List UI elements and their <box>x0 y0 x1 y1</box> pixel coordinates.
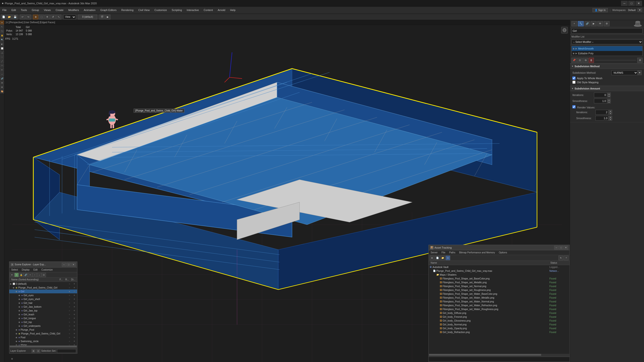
menu-views[interactable]: Views <box>42 8 53 12</box>
se-list-item[interactable]: ◉◈Girl_leash○❄ <box>9 313 77 316</box>
menu-help[interactable]: Help <box>228 8 238 12</box>
toolbar-rotate[interactable]: ↺ <box>50 14 56 19</box>
menu-group[interactable]: Group <box>29 8 42 12</box>
mod-tool-show-end[interactable]: ⊡ <box>577 58 582 63</box>
se-restore[interactable]: □ <box>66 263 71 267</box>
left-tool-12[interactable]: ✏ <box>0 68 4 72</box>
se-tool-link[interactable]: 🔗 <box>24 273 28 277</box>
menu-modifiers[interactable]: Modifiers <box>66 8 82 12</box>
close-button[interactable]: ✕ <box>636 1 642 6</box>
toolbar-move[interactable]: ✛ <box>44 14 50 19</box>
at-list-item[interactable]: 🖼Fiberglass_Pool_Shape_set_Roughness.png… <box>429 288 570 292</box>
left-tool-3[interactable]: ⬛ <box>0 29 4 33</box>
menu-content[interactable]: Content <box>201 8 215 12</box>
se-list-item[interactable]: ◉◈Girl_top○❄ <box>9 320 77 324</box>
rp-utilities-btn[interactable]: ⚙ <box>604 21 610 26</box>
se-tool-move-up[interactable]: ↑ <box>32 273 37 277</box>
left-tool-8[interactable]: △ <box>0 51 4 54</box>
mod-tool-config[interactable]: ⚙ <box>637 58 642 63</box>
minimize-button[interactable]: ─ <box>621 1 628 6</box>
at-list-item[interactable]: 🏛Autodesk VaultLogged... <box>429 265 570 269</box>
modifier-item-epoly[interactable]: ◉ ▶ Editable Poly <box>572 51 642 56</box>
se-tool-close[interactable]: ✕ <box>10 273 14 277</box>
workspace-dropdown[interactable]: ▼ <box>638 8 642 12</box>
at-menu-server[interactable]: Server <box>429 251 440 254</box>
se-tool-move-down[interactable]: ↓ <box>37 273 42 277</box>
left-tool-15[interactable]: ⚙ <box>0 81 4 85</box>
at-list-item[interactable]: 📄Plunge_Pool_and_Swims_Child_Girl_max_vr… <box>429 269 570 273</box>
left-tool-11[interactable]: ⬭ <box>0 64 4 67</box>
left-tool-4[interactable]: ✋ <box>0 33 4 37</box>
left-tool-7[interactable]: ⬜ <box>0 46 4 50</box>
at-menu-options[interactable]: Options <box>497 251 509 254</box>
section-header-subdivision-method[interactable]: ▼ Subdivision Method <box>570 64 644 69</box>
left-tool-17[interactable]: 🎨 <box>0 89 4 93</box>
se-list-item[interactable]: ◉◈Plunge_Pool○❄ <box>9 328 77 332</box>
apply-whole-mesh-checkbox[interactable] <box>572 76 576 80</box>
se-list-item[interactable]: ◉▣Plunge_Pool_and_Swims_Child_Girl○❄ <box>9 332 77 336</box>
at-list-item[interactable]: 🖼Girl_body_Diffuse.pngFound <box>429 311 570 315</box>
render-smooth-up[interactable]: ▲ <box>609 116 612 118</box>
at-list-item[interactable]: 🖼Fiberglass_Pool_Shape_set_Water_BaseCol… <box>429 292 570 296</box>
menu-rendering[interactable]: Rendering <box>119 8 136 12</box>
se-list-item[interactable]: ◉◈Girl_eyes_shell○❄ <box>9 297 77 301</box>
render-values-checkbox[interactable] <box>572 105 576 108</box>
toolbar-render-setup[interactable]: 🎬 <box>100 14 105 19</box>
se-menu-edit[interactable]: Edit <box>32 268 40 272</box>
menu-tools[interactable]: Tools <box>18 8 30 12</box>
se-menu-select[interactable]: Select <box>9 268 20 272</box>
at-tool-3[interactable]: 📁 <box>440 256 445 260</box>
section-header-subdivision-amount[interactable]: ▼ Subdivision Amount <box>570 86 644 91</box>
menu-create[interactable]: Create <box>53 8 66 12</box>
render-iter-up[interactable]: ▲ <box>609 110 612 112</box>
se-list-item[interactable]: ◉◈Girl_underpants○❄ <box>9 324 77 328</box>
mod-tool-remove[interactable]: 🗑 <box>589 58 594 63</box>
at-list-item[interactable]: 🖼Girl_body_Refraction.pngFound <box>429 330 570 334</box>
menu-civil-view[interactable]: Civil View <box>136 8 152 12</box>
reference-coord[interactable]: ViewWorldLocal <box>64 14 76 19</box>
left-tool-1[interactable]: ⊕ <box>0 20 4 24</box>
se-list-item[interactable]: ◉◈Pool○❄ <box>9 336 77 339</box>
menu-arnold[interactable]: Arnold <box>215 8 228 12</box>
toolbar-layer[interactable]: 0 (default) <box>78 14 97 19</box>
at-list-item[interactable]: 🖼Girl_body_Opacity.pngFound <box>429 326 570 330</box>
se-menu-display[interactable]: Display <box>20 268 32 272</box>
toolbar-render[interactable]: ▶ <box>105 14 110 19</box>
se-tool-filter[interactable]: ⊡ <box>42 273 46 277</box>
toolbar-save[interactable]: 💾 <box>12 14 18 19</box>
se-tool-add[interactable]: + <box>28 273 32 277</box>
se-list-item[interactable]: ◉▣Plunge_Pool_and_Swims_Child_Girl○❄ <box>9 286 77 290</box>
iterations-input[interactable] <box>594 93 607 97</box>
at-list-item[interactable]: 🖼Fiberglass_Pool_Shape_set_Normal.pngFou… <box>429 284 570 288</box>
menu-interactive[interactable]: Interactive <box>184 8 202 12</box>
se-list-item[interactable]: ◉◈Girl_eyes○❄ <box>9 293 77 297</box>
left-tool-5[interactable]: 🔍 <box>0 38 4 42</box>
old-style-mapping-checkbox[interactable] <box>572 81 576 84</box>
menu-customize[interactable]: Customize <box>152 8 169 12</box>
se-list-item[interactable]: ◉◈Girl_hair○❄ <box>9 301 77 305</box>
at-list-item[interactable]: 🖼Girl_body_Glossiness.pngFound <box>429 319 570 323</box>
toolbar-select-region[interactable]: ⬚ <box>39 14 44 19</box>
le-footer-btn2[interactable]: ⊡ <box>36 349 40 353</box>
at-tool-question[interactable]: ? <box>564 256 568 260</box>
iterations-down[interactable]: ▼ <box>607 95 611 97</box>
render-smoothness-input[interactable] <box>596 116 608 121</box>
se-list-item[interactable]: ◉◈Girl_Jaw_top○❄ <box>9 309 77 313</box>
se-close[interactable]: ✕ <box>71 263 76 267</box>
at-menu-file[interactable]: File <box>440 251 447 254</box>
at-menu-bitmap[interactable]: Bitmap Performance and Memory <box>457 251 497 254</box>
left-tool-9[interactable]: ○ <box>0 55 4 59</box>
at-list-item[interactable]: 🖼Fiberglass_Pool_Shape_set_BaseColor.png… <box>429 277 570 280</box>
toolbar-select[interactable]: ⊕ <box>33 14 38 19</box>
at-list-item[interactable]: 🖼Fiberglass_Pool_Shape_set_Water_Metalli… <box>429 296 570 300</box>
object-name-input[interactable] <box>572 28 642 33</box>
selection-set-input[interactable] <box>57 349 76 353</box>
toolbar-undo[interactable]: ↩ <box>20 14 25 19</box>
at-list-item[interactable]: 🖼Fiberglass_Pool_Shape_set_Water_Normal.… <box>429 300 570 303</box>
toolbar-redo[interactable]: ↪ <box>26 14 31 19</box>
toolbar-scale[interactable]: ⤡ <box>56 14 61 19</box>
signin-button[interactable]: 👤 Sign In <box>592 8 608 12</box>
modifier-list-dropdown[interactable]: -- Select Modifier -- MeshSmooth TurboSm… <box>572 39 642 44</box>
toolbar-open[interactable]: 📂 <box>7 14 12 19</box>
mod-tool-pin[interactable]: 📌 <box>572 58 577 63</box>
